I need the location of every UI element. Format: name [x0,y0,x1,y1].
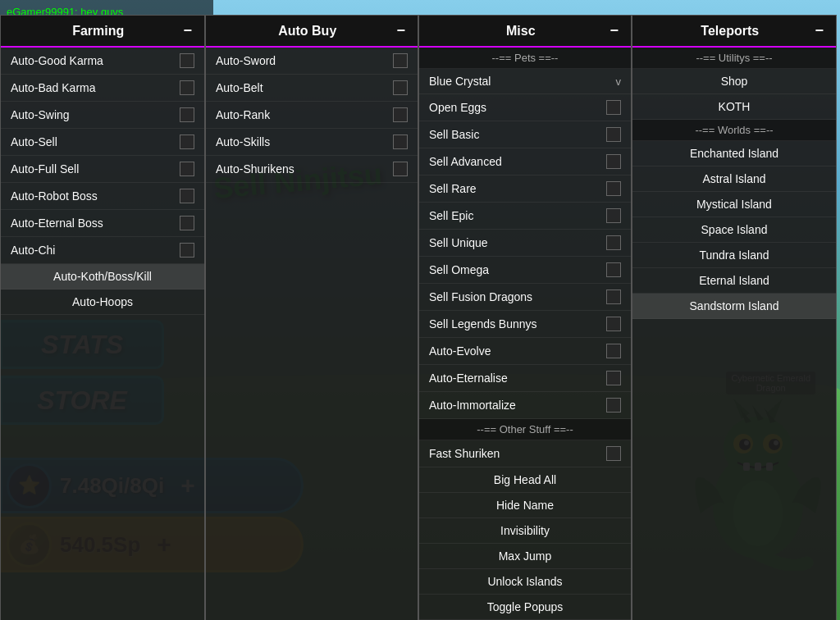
sell-rare-checkbox[interactable] [606,181,621,196]
auto-eternal-boss-checkbox[interactable] [180,216,194,230]
sell-legends-bunnys-item[interactable]: Sell Legends Bunnys [419,311,631,338]
auto-chi-item[interactable]: Auto-Chi [1,237,204,264]
auto-immortalize-checkbox[interactable] [606,398,621,413]
sell-omega-item[interactable]: Sell Omega [419,257,631,284]
auto-shurikens-label: Auto-Shurikens [216,162,393,176]
menus-container: Farming − Auto-Good Karma Auto-Bad Karma… [0,15,837,620]
sell-advanced-item[interactable]: Sell Advanced [419,148,631,176]
misc-panel: Misc − --== Pets ==-- Blue Crystal v Ope… [418,15,632,620]
sell-unique-checkbox[interactable] [606,235,621,250]
auto-robot-boss-checkbox[interactable] [180,189,194,203]
open-eggs-item[interactable]: Open Eggs [419,94,631,121]
invisibility-item[interactable]: Invisibility [419,518,631,544]
shop-teleport-label: Shop [721,75,748,88]
auto-sell-item[interactable]: Auto-Sell [1,129,204,156]
auto-belt-checkbox[interactable] [393,80,408,95]
open-eggs-label: Open Eggs [429,101,606,114]
fast-shuriken-item[interactable]: Fast Shuriken [419,440,631,467]
auto-skills-label: Auto-Skills [216,135,393,148]
sell-unique-label: Sell Unique [429,236,606,249]
auto-evolve-checkbox[interactable] [606,344,621,358]
sell-epic-item[interactable]: Sell Epic [419,203,631,230]
blue-crystal-dropdown[interactable]: v [616,75,622,88]
shop-teleport-item[interactable]: Shop [632,69,836,94]
sell-rare-label: Sell Rare [429,182,606,195]
hide-name-item[interactable]: Hide Name [419,493,631,518]
auto-swing-checkbox[interactable] [180,107,194,122]
max-jump-label: Max Jump [499,549,552,563]
auto-koth-boss-kill-item[interactable]: Auto-Koth/Boss/Kill [1,264,204,289]
auto-eternal-boss-item[interactable]: Auto-Eternal Boss [1,210,204,237]
sell-advanced-checkbox[interactable] [606,154,621,169]
auto-full-sell-item[interactable]: Auto-Full Sell [1,156,204,183]
open-eggs-checkbox[interactable] [606,100,621,115]
auto-shurikens-checkbox[interactable] [393,162,408,176]
auto-rank-item[interactable]: Auto-Rank [206,102,418,129]
auto-robot-boss-item[interactable]: Auto-Robot Boss [1,183,204,210]
sell-unique-item[interactable]: Sell Unique [419,230,631,257]
worlds-section-header: --== Worlds ==-- [632,120,836,141]
auto-skills-item[interactable]: Auto-Skills [206,129,418,156]
mystical-island-label: Mystical Island [696,198,772,211]
space-island-item[interactable]: Space Island [632,217,836,243]
auto-sell-checkbox[interactable] [180,134,194,149]
unlock-islands-label: Unlock Islands [487,575,562,588]
astral-island-item[interactable]: Astral Island [632,166,836,192]
blue-crystal-item[interactable]: Blue Crystal v [419,69,631,94]
farming-header[interactable]: Farming − [1,16,204,48]
auto-good-karma-checkbox[interactable] [180,53,194,68]
auto-evolve-label: Auto-Evolve [429,344,606,358]
koth-teleport-label: KOTH [719,100,751,113]
enchanted-island-label: Enchanted Island [690,147,778,160]
toggle-popups-label: Toggle Popups [487,600,564,613]
enchanted-island-item[interactable]: Enchanted Island [632,141,836,166]
teleports-title: Teleports [645,24,815,39]
sell-fusion-dragons-checkbox[interactable] [606,289,621,304]
toggle-popups-item[interactable]: Toggle Popups [419,595,631,620]
auto-eternalise-checkbox[interactable] [606,371,621,385]
sell-omega-checkbox[interactable] [606,262,621,277]
misc-collapse[interactable]: − [609,22,619,39]
auto-sword-item[interactable]: Auto-Sword [206,48,418,75]
big-head-all-label: Big Head All [494,473,556,486]
auto-evolve-item[interactable]: Auto-Evolve [419,338,631,365]
sell-legends-bunnys-checkbox[interactable] [606,317,621,331]
max-jump-item[interactable]: Max Jump [419,544,631,569]
misc-header[interactable]: Misc − [419,16,631,48]
auto-buy-header[interactable]: Auto Buy − [206,16,418,48]
big-head-all-item[interactable]: Big Head All [419,467,631,493]
eternal-island-item[interactable]: Eternal Island [632,268,836,294]
sell-epic-checkbox[interactable] [606,208,621,223]
farming-collapse[interactable]: − [183,22,192,39]
sell-basic-item[interactable]: Sell Basic [419,121,631,148]
sandstorm-island-item[interactable]: Sandstorm Island [632,294,836,319]
farming-panel: Farming − Auto-Good Karma Auto-Bad Karma… [0,15,205,620]
auto-swing-item[interactable]: Auto-Swing [1,102,204,129]
tundra-island-label: Tundra Island [699,248,769,262]
auto-skills-checkbox[interactable] [393,134,408,149]
auto-belt-item[interactable]: Auto-Belt [206,75,418,102]
unlock-islands-item[interactable]: Unlock Islands [419,569,631,595]
sell-basic-checkbox[interactable] [606,127,621,142]
auto-hoops-item[interactable]: Auto-Hoops [1,289,204,315]
auto-bad-karma-checkbox[interactable] [180,80,194,95]
fast-shuriken-checkbox[interactable] [606,446,621,461]
auto-immortalize-item[interactable]: Auto-Immortalize [419,392,631,419]
auto-rank-checkbox[interactable] [393,107,408,122]
auto-good-karma-item[interactable]: Auto-Good Karma [1,48,204,75]
auto-shurikens-item[interactable]: Auto-Shurikens [206,156,418,183]
auto-chi-checkbox[interactable] [180,243,194,258]
auto-sword-checkbox[interactable] [393,53,408,68]
tundra-island-item[interactable]: Tundra Island [632,243,836,268]
teleports-header[interactable]: Teleports − [632,16,836,48]
auto-bad-karma-item[interactable]: Auto-Bad Karma [1,75,204,102]
auto-eternalise-item[interactable]: Auto-Eternalise [419,365,631,392]
sell-rare-item[interactable]: Sell Rare [419,176,631,203]
auto-buy-title: Auto Buy [218,24,396,39]
koth-teleport-item[interactable]: KOTH [632,94,836,120]
teleports-collapse[interactable]: − [815,22,824,39]
auto-buy-collapse[interactable]: − [396,22,405,39]
mystical-island-item[interactable]: Mystical Island [632,192,836,217]
sell-fusion-dragons-item[interactable]: Sell Fusion Dragons [419,284,631,311]
auto-full-sell-checkbox[interactable] [180,162,194,176]
